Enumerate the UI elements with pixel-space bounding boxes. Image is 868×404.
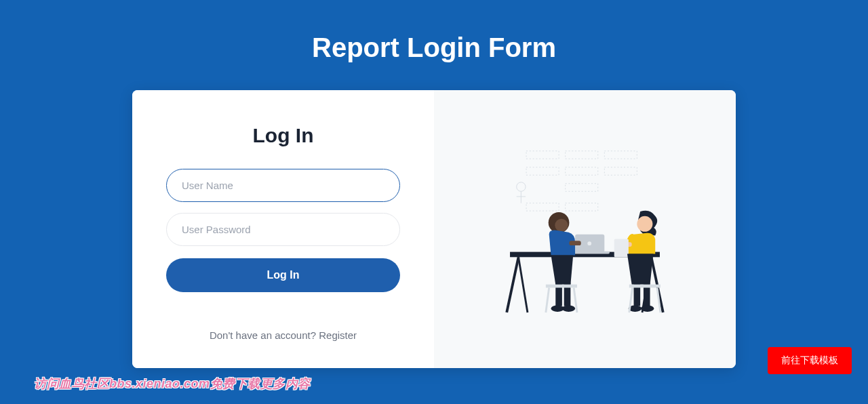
svg-point-19 bbox=[587, 241, 591, 245]
register-prompt-text: Don't have an account? bbox=[210, 329, 319, 341]
svg-rect-4 bbox=[566, 167, 598, 176]
login-card: Log In Log In Don't have an account? Reg… bbox=[132, 90, 736, 368]
svg-rect-37 bbox=[629, 285, 660, 288]
svg-point-30 bbox=[637, 216, 652, 232]
register-link[interactable]: Register bbox=[319, 329, 357, 341]
svg-rect-5 bbox=[604, 167, 637, 176]
svg-rect-3 bbox=[526, 167, 559, 176]
illustration-panel bbox=[434, 90, 736, 368]
page-title: Report Login Form bbox=[0, 0, 868, 90]
svg-point-21 bbox=[555, 219, 568, 232]
svg-line-13 bbox=[507, 257, 518, 312]
office-illustration bbox=[461, 134, 709, 324]
svg-rect-0 bbox=[526, 151, 559, 159]
watermark-text: 访问血鸟社区bbs.xieniao.com免费下载更多内容 bbox=[34, 376, 311, 392]
form-panel: Log In Log In Don't have an account? Reg… bbox=[132, 90, 434, 368]
svg-rect-11 bbox=[566, 203, 598, 211]
password-input[interactable] bbox=[166, 213, 400, 246]
svg-rect-6 bbox=[566, 184, 598, 192]
svg-rect-18 bbox=[570, 251, 610, 254]
svg-rect-1 bbox=[566, 151, 598, 159]
svg-point-36 bbox=[641, 305, 654, 312]
register-prompt: Don't have an account? Register bbox=[166, 329, 400, 341]
svg-line-28 bbox=[546, 287, 549, 312]
svg-rect-32 bbox=[614, 239, 629, 257]
svg-point-26 bbox=[562, 305, 575, 312]
svg-rect-22 bbox=[569, 241, 580, 245]
login-button[interactable]: Log In bbox=[166, 258, 400, 292]
username-input[interactable] bbox=[166, 169, 400, 202]
svg-line-15 bbox=[519, 257, 528, 312]
svg-rect-27 bbox=[546, 285, 577, 288]
form-title: Log In bbox=[166, 124, 400, 147]
svg-rect-10 bbox=[526, 203, 559, 211]
svg-rect-2 bbox=[604, 151, 637, 159]
download-template-button[interactable]: 前往下载模板 bbox=[768, 347, 852, 374]
svg-point-7 bbox=[517, 182, 526, 191]
